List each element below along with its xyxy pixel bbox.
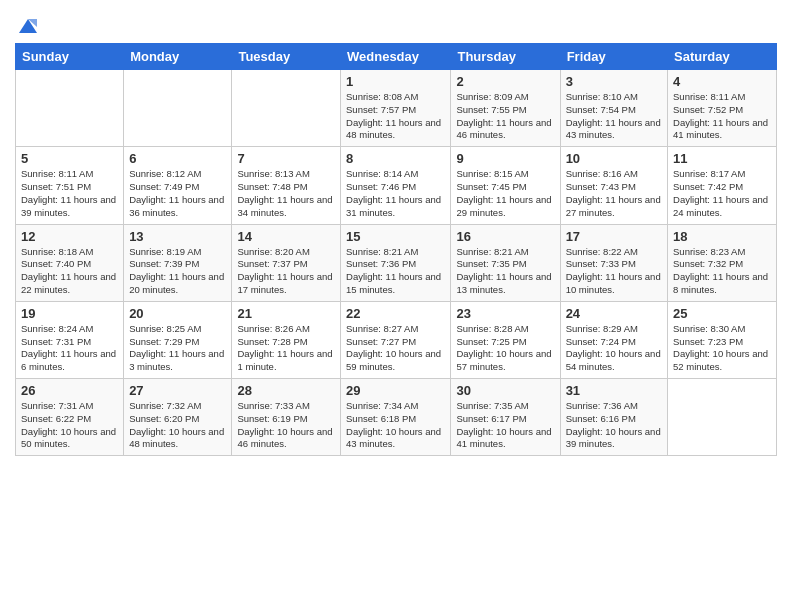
day-number: 7: [237, 151, 335, 166]
day-info: Sunrise: 8:09 AM Sunset: 7:55 PM Dayligh…: [456, 91, 554, 142]
day-number: 28: [237, 383, 335, 398]
day-info: Sunrise: 8:26 AM Sunset: 7:28 PM Dayligh…: [237, 323, 335, 374]
header: [15, 10, 777, 35]
day-info: Sunrise: 8:12 AM Sunset: 7:49 PM Dayligh…: [129, 168, 226, 219]
calendar-cell: 14Sunrise: 8:20 AM Sunset: 7:37 PM Dayli…: [232, 224, 341, 301]
calendar-cell: 27Sunrise: 7:32 AM Sunset: 6:20 PM Dayli…: [124, 379, 232, 456]
day-of-week-header: Thursday: [451, 44, 560, 70]
calendar: SundayMondayTuesdayWednesdayThursdayFrid…: [15, 43, 777, 456]
day-info: Sunrise: 8:21 AM Sunset: 7:36 PM Dayligh…: [346, 246, 445, 297]
day-number: 27: [129, 383, 226, 398]
calendar-cell: 21Sunrise: 8:26 AM Sunset: 7:28 PM Dayli…: [232, 301, 341, 378]
day-info: Sunrise: 8:18 AM Sunset: 7:40 PM Dayligh…: [21, 246, 118, 297]
day-info: Sunrise: 8:23 AM Sunset: 7:32 PM Dayligh…: [673, 246, 771, 297]
day-info: Sunrise: 8:14 AM Sunset: 7:46 PM Dayligh…: [346, 168, 445, 219]
day-info: Sunrise: 7:32 AM Sunset: 6:20 PM Dayligh…: [129, 400, 226, 451]
day-info: Sunrise: 8:20 AM Sunset: 7:37 PM Dayligh…: [237, 246, 335, 297]
calendar-cell: 31Sunrise: 7:36 AM Sunset: 6:16 PM Dayli…: [560, 379, 667, 456]
day-info: Sunrise: 8:19 AM Sunset: 7:39 PM Dayligh…: [129, 246, 226, 297]
day-info: Sunrise: 7:31 AM Sunset: 6:22 PM Dayligh…: [21, 400, 118, 451]
logo: [15, 15, 39, 35]
calendar-cell: [124, 70, 232, 147]
calendar-week-row: 19Sunrise: 8:24 AM Sunset: 7:31 PM Dayli…: [16, 301, 777, 378]
day-number: 17: [566, 229, 662, 244]
day-number: 22: [346, 306, 445, 321]
calendar-cell: 2Sunrise: 8:09 AM Sunset: 7:55 PM Daylig…: [451, 70, 560, 147]
day-number: 15: [346, 229, 445, 244]
day-number: 14: [237, 229, 335, 244]
day-number: 21: [237, 306, 335, 321]
day-info: Sunrise: 8:11 AM Sunset: 7:52 PM Dayligh…: [673, 91, 771, 142]
day-number: 10: [566, 151, 662, 166]
day-number: 5: [21, 151, 118, 166]
calendar-cell: 7Sunrise: 8:13 AM Sunset: 7:48 PM Daylig…: [232, 147, 341, 224]
day-info: Sunrise: 8:27 AM Sunset: 7:27 PM Dayligh…: [346, 323, 445, 374]
day-info: Sunrise: 8:24 AM Sunset: 7:31 PM Dayligh…: [21, 323, 118, 374]
day-number: 16: [456, 229, 554, 244]
calendar-week-row: 12Sunrise: 8:18 AM Sunset: 7:40 PM Dayli…: [16, 224, 777, 301]
calendar-cell: 9Sunrise: 8:15 AM Sunset: 7:45 PM Daylig…: [451, 147, 560, 224]
page: SundayMondayTuesdayWednesdayThursdayFrid…: [0, 0, 792, 612]
day-number: 19: [21, 306, 118, 321]
calendar-cell: 5Sunrise: 8:11 AM Sunset: 7:51 PM Daylig…: [16, 147, 124, 224]
calendar-cell: 24Sunrise: 8:29 AM Sunset: 7:24 PM Dayli…: [560, 301, 667, 378]
calendar-cell: 16Sunrise: 8:21 AM Sunset: 7:35 PM Dayli…: [451, 224, 560, 301]
calendar-cell: 13Sunrise: 8:19 AM Sunset: 7:39 PM Dayli…: [124, 224, 232, 301]
day-info: Sunrise: 8:15 AM Sunset: 7:45 PM Dayligh…: [456, 168, 554, 219]
day-number: 13: [129, 229, 226, 244]
day-number: 4: [673, 74, 771, 89]
day-of-week-header: Monday: [124, 44, 232, 70]
day-info: Sunrise: 8:21 AM Sunset: 7:35 PM Dayligh…: [456, 246, 554, 297]
calendar-cell: 26Sunrise: 7:31 AM Sunset: 6:22 PM Dayli…: [16, 379, 124, 456]
day-info: Sunrise: 8:08 AM Sunset: 7:57 PM Dayligh…: [346, 91, 445, 142]
day-info: Sunrise: 8:16 AM Sunset: 7:43 PM Dayligh…: [566, 168, 662, 219]
calendar-week-row: 1Sunrise: 8:08 AM Sunset: 7:57 PM Daylig…: [16, 70, 777, 147]
calendar-cell: 8Sunrise: 8:14 AM Sunset: 7:46 PM Daylig…: [341, 147, 451, 224]
day-number: 2: [456, 74, 554, 89]
calendar-cell: 25Sunrise: 8:30 AM Sunset: 7:23 PM Dayli…: [668, 301, 777, 378]
calendar-cell: 1Sunrise: 8:08 AM Sunset: 7:57 PM Daylig…: [341, 70, 451, 147]
calendar-cell: 17Sunrise: 8:22 AM Sunset: 7:33 PM Dayli…: [560, 224, 667, 301]
calendar-cell: 10Sunrise: 8:16 AM Sunset: 7:43 PM Dayli…: [560, 147, 667, 224]
day-info: Sunrise: 8:25 AM Sunset: 7:29 PM Dayligh…: [129, 323, 226, 374]
day-number: 12: [21, 229, 118, 244]
day-info: Sunrise: 7:36 AM Sunset: 6:16 PM Dayligh…: [566, 400, 662, 451]
calendar-cell: 3Sunrise: 8:10 AM Sunset: 7:54 PM Daylig…: [560, 70, 667, 147]
day-of-week-header: Tuesday: [232, 44, 341, 70]
day-number: 18: [673, 229, 771, 244]
calendar-cell: 4Sunrise: 8:11 AM Sunset: 7:52 PM Daylig…: [668, 70, 777, 147]
calendar-cell: 18Sunrise: 8:23 AM Sunset: 7:32 PM Dayli…: [668, 224, 777, 301]
day-number: 3: [566, 74, 662, 89]
day-number: 20: [129, 306, 226, 321]
calendar-cell: 11Sunrise: 8:17 AM Sunset: 7:42 PM Dayli…: [668, 147, 777, 224]
day-of-week-header: Friday: [560, 44, 667, 70]
day-of-week-header: Wednesday: [341, 44, 451, 70]
day-info: Sunrise: 8:22 AM Sunset: 7:33 PM Dayligh…: [566, 246, 662, 297]
day-info: Sunrise: 8:11 AM Sunset: 7:51 PM Dayligh…: [21, 168, 118, 219]
day-number: 29: [346, 383, 445, 398]
day-number: 9: [456, 151, 554, 166]
header-row: SundayMondayTuesdayWednesdayThursdayFrid…: [16, 44, 777, 70]
calendar-cell: 20Sunrise: 8:25 AM Sunset: 7:29 PM Dayli…: [124, 301, 232, 378]
calendar-cell: 28Sunrise: 7:33 AM Sunset: 6:19 PM Dayli…: [232, 379, 341, 456]
day-info: Sunrise: 8:29 AM Sunset: 7:24 PM Dayligh…: [566, 323, 662, 374]
day-of-week-header: Saturday: [668, 44, 777, 70]
day-info: Sunrise: 8:30 AM Sunset: 7:23 PM Dayligh…: [673, 323, 771, 374]
day-number: 26: [21, 383, 118, 398]
calendar-cell: 12Sunrise: 8:18 AM Sunset: 7:40 PM Dayli…: [16, 224, 124, 301]
day-number: 23: [456, 306, 554, 321]
day-number: 8: [346, 151, 445, 166]
day-number: 25: [673, 306, 771, 321]
calendar-cell: 23Sunrise: 8:28 AM Sunset: 7:25 PM Dayli…: [451, 301, 560, 378]
calendar-cell: 22Sunrise: 8:27 AM Sunset: 7:27 PM Dayli…: [341, 301, 451, 378]
calendar-cell: 19Sunrise: 8:24 AM Sunset: 7:31 PM Dayli…: [16, 301, 124, 378]
day-number: 6: [129, 151, 226, 166]
day-number: 24: [566, 306, 662, 321]
calendar-cell: [668, 379, 777, 456]
day-info: Sunrise: 8:28 AM Sunset: 7:25 PM Dayligh…: [456, 323, 554, 374]
calendar-cell: 29Sunrise: 7:34 AM Sunset: 6:18 PM Dayli…: [341, 379, 451, 456]
day-info: Sunrise: 8:17 AM Sunset: 7:42 PM Dayligh…: [673, 168, 771, 219]
day-info: Sunrise: 7:33 AM Sunset: 6:19 PM Dayligh…: [237, 400, 335, 451]
day-number: 30: [456, 383, 554, 398]
day-info: Sunrise: 7:34 AM Sunset: 6:18 PM Dayligh…: [346, 400, 445, 451]
